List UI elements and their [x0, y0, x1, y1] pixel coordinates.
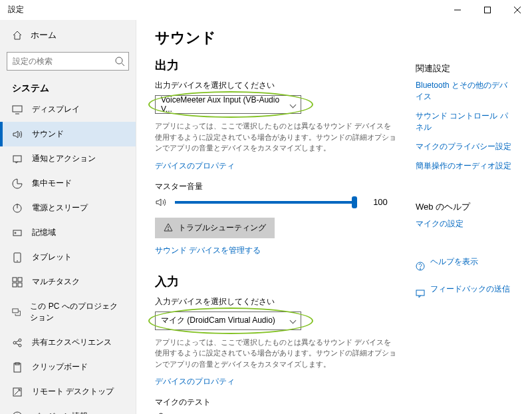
svg-rect-38 [416, 290, 424, 296]
sidebar-item-label: 記憶域 [32, 227, 56, 238]
sidebar-item-tablet[interactable]: タブレット [0, 245, 136, 270]
sidebar-item-remote[interactable]: リモート デスクトップ [0, 379, 136, 404]
svg-rect-19 [13, 309, 18, 313]
sidebar-item-label: 集中モード [32, 178, 72, 189]
multitask-icon [12, 277, 23, 288]
related-link-mic-privacy[interactable]: マイクのプライバシー設定 [416, 141, 515, 152]
sidebar-item-display[interactable]: ディスプレイ [0, 97, 136, 122]
window-title: 設定 [8, 4, 24, 15]
home-link[interactable]: ホーム [0, 24, 136, 47]
mic-test-label: マイクのテスト [155, 397, 397, 408]
sidebar-item-sound[interactable]: サウンド [0, 122, 136, 146]
svg-rect-16 [18, 278, 22, 282]
troubleshoot-label: トラブルシューティング [178, 222, 266, 234]
sidebar-item-storage[interactable]: 記憶域 [0, 220, 136, 245]
input-select-label: 入力デバイスを選択してください [155, 296, 397, 308]
output-device-properties-link[interactable]: デバイスのプロパティ [155, 160, 397, 172]
sidebar-item-about[interactable]: バージョン情報 [0, 404, 136, 414]
search-box[interactable] [7, 52, 129, 71]
svg-point-12 [15, 232, 16, 234]
help-label: ヘルプを表示 [430, 256, 478, 268]
titlebar: 設定 [0, 0, 532, 20]
sidebar-item-label: 共有エクスペリエンス [32, 337, 112, 348]
sidebar-group-title: システム [0, 76, 136, 97]
sidebar-item-label: サウンド [32, 128, 64, 140]
svg-rect-17 [13, 283, 17, 287]
related-link-ease-audio[interactable]: 簡単操作のオーディオ設定 [416, 160, 515, 172]
shared-icon [12, 337, 23, 348]
sidebar-item-projection[interactable]: この PC へのプロジェクション [0, 294, 136, 330]
input-help-text: アプリによっては、ここで選択したものとは異なるサウンド デバイスを使用するように… [155, 337, 397, 370]
get-help-link[interactable]: ヘルプを表示 [416, 256, 515, 276]
clipboard-icon [12, 362, 23, 373]
sidebar-item-shared[interactable]: 共有エクスペリエンス [0, 330, 136, 355]
input-device-dropdown[interactable]: マイク (DroidCam Virtual Audio) [155, 311, 301, 330]
svg-rect-6 [13, 106, 22, 112]
svg-rect-15 [13, 278, 17, 282]
sidebar-item-multitask[interactable]: マルチタスク [0, 270, 136, 294]
maximize-button[interactable] [472, 0, 502, 20]
svg-point-4 [116, 57, 122, 64]
aside-panel: 関連設定 Bluetooth とその他のデバイス サウンド コントロール パネル… [416, 20, 522, 414]
sidebar-item-notifications[interactable]: 通知とアクション [0, 146, 136, 171]
sidebar-item-focus[interactable]: 集中モード [0, 171, 136, 196]
web-help-link[interactable]: マイクの設定 [416, 218, 515, 230]
speaker-icon [155, 196, 167, 208]
chevron-down-icon [290, 101, 297, 108]
master-volume-slider[interactable] [175, 201, 356, 204]
sidebar-item-clipboard[interactable]: クリップボード [0, 355, 136, 379]
info-icon [12, 411, 23, 415]
sidebar-item-label: 電源とスリープ [32, 202, 88, 214]
related-link-bluetooth[interactable]: Bluetooth とその他のデバイス [416, 80, 515, 103]
output-select-label: 出力デバイスを選択してください [155, 80, 397, 91]
input-heading: 入力 [155, 274, 397, 290]
svg-point-22 [19, 344, 21, 347]
notify-icon [12, 154, 23, 164]
chevron-down-icon [290, 317, 297, 324]
output-device-dropdown[interactable]: VoiceMeeter Aux Input (VB-Audio V... [155, 95, 301, 114]
svg-point-37 [420, 268, 421, 269]
close-button[interactable] [502, 0, 532, 20]
sidebar-item-power[interactable]: 電源とスリープ [0, 196, 136, 220]
web-help-header: Web のヘルプ [416, 201, 515, 213]
page-title: サウンド [155, 28, 397, 48]
svg-point-21 [19, 339, 21, 341]
related-link-sound-panel[interactable]: サウンド コントロール パネル [416, 110, 515, 133]
svg-point-20 [13, 341, 16, 344]
sidebar-item-label: タブレット [32, 252, 72, 263]
feedback-label: フィードバックの送信 [430, 284, 510, 295]
output-help-text: アプリによっては、ここで選択したものとは異なるサウンド デバイスを使用するように… [155, 120, 397, 154]
svg-line-24 [16, 343, 19, 345]
feedback-icon [416, 289, 425, 298]
output-heading: 出力 [155, 57, 397, 73]
svg-rect-1 [484, 7, 490, 13]
search-input[interactable] [7, 52, 129, 71]
master-volume-label: マスター音量 [155, 181, 397, 192]
sound-icon [12, 129, 23, 140]
minimize-button[interactable] [442, 0, 472, 20]
feedback-link[interactable]: フィードバックの送信 [416, 284, 515, 303]
svg-line-5 [122, 63, 124, 66]
related-settings-header: 関連設定 [416, 63, 515, 75]
home-icon [12, 30, 23, 41]
remote-icon [12, 387, 23, 397]
sidebar-item-label: バージョン情報 [32, 411, 88, 414]
svg-rect-8 [13, 156, 21, 162]
sidebar-item-label: 通知とアクション [32, 153, 96, 164]
storage-icon [12, 228, 23, 238]
output-manage-devices-link[interactable]: サウンド デバイスを管理する [155, 245, 397, 256]
input-device-properties-link[interactable]: デバイスのプロパティ [155, 376, 397, 387]
home-label: ホーム [31, 29, 57, 41]
projection-icon [12, 307, 21, 317]
output-device-value: VoiceMeeter Aux Input (VB-Audio V... [161, 95, 291, 114]
output-troubleshoot-button[interactable]: トラブルシューティング [155, 218, 275, 238]
svg-point-32 [168, 230, 169, 230]
sidebar-nav: ディスプレイ サウンド 通知とアクション 集中モード 電源とスリープ 記憶域 タ… [0, 97, 136, 414]
search-icon [114, 56, 125, 69]
focus-icon [12, 178, 23, 189]
master-volume-value: 100 [364, 197, 397, 207]
sidebar-item-label: クリップボード [32, 361, 88, 373]
svg-rect-18 [18, 283, 22, 287]
main-content: サウンド 出力 出力デバイスを選択してください VoiceMeeter Aux … [136, 20, 416, 414]
help-icon [416, 262, 425, 271]
